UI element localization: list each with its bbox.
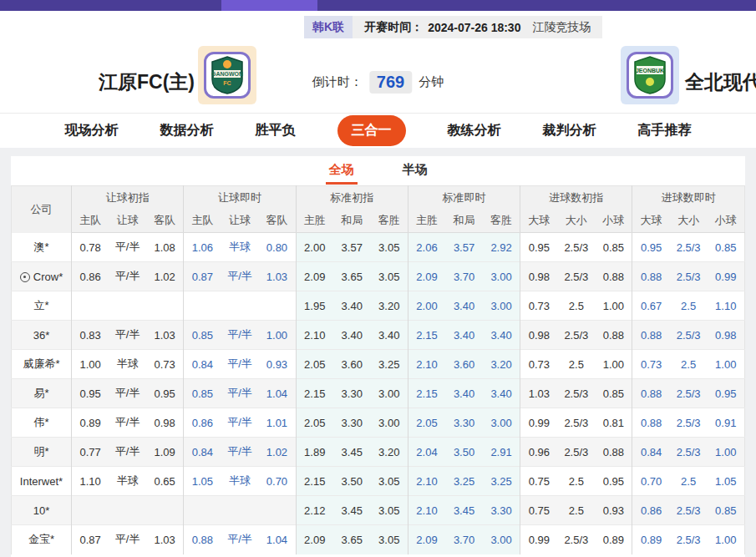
odds-cell: 2.5/3 <box>670 233 708 262</box>
company-name: 立* <box>33 299 48 311</box>
odds-cell: 3.45 <box>445 496 483 525</box>
odds-cell: 1.03 <box>146 321 184 350</box>
odds-cell: 2.12 <box>296 496 333 525</box>
odds-cell: 平/半 <box>221 525 259 554</box>
top-scrollbar-track <box>0 0 756 11</box>
odds-cell: 2.5/3 <box>670 321 708 350</box>
odds-cell: 3.60 <box>445 350 483 379</box>
odds-cell: 2.5/3 <box>557 262 595 291</box>
odds-cell <box>184 496 221 525</box>
nav-item-coach-analysis[interactable]: 教练分析 <box>448 122 501 139</box>
company-header: 公司 <box>12 186 72 233</box>
odds-cell: 2.5 <box>670 350 708 379</box>
odds-cell: 3.40 <box>333 321 371 350</box>
sub-header: 主胜 <box>296 210 333 233</box>
odds-cell: 2.5/3 <box>557 379 595 408</box>
odds-cell: 0.95 <box>520 233 558 262</box>
sub-header: 大球 <box>632 210 670 233</box>
target-icon <box>20 272 30 282</box>
kickoff-info: 开赛时间：2024-07-26 18:30 江陵竞技场 <box>353 16 602 38</box>
odds-cell: 3.30 <box>333 408 371 438</box>
odds-cell: 2.09 <box>408 525 445 554</box>
odds-cell: 0.87 <box>184 262 221 291</box>
odds-cell: 2.5/3 <box>670 408 708 438</box>
odds-cell: 1.10 <box>708 291 745 321</box>
odds-cell: 3.05 <box>371 233 408 262</box>
odds-cell: 3.20 <box>371 438 408 467</box>
nav-item-live-analysis[interactable]: 现场分析 <box>65 122 119 139</box>
odds-cell: 0.88 <box>632 408 670 438</box>
sub-header: 让球 <box>109 210 146 233</box>
countdown-unit: 分钟 <box>419 74 444 90</box>
odds-cell: 0.93 <box>595 496 632 525</box>
odds-cell: 2.5/3 <box>670 262 708 291</box>
odds-cell: 0.84 <box>184 350 221 379</box>
company-name: 36* <box>33 329 50 342</box>
odds-cell: 0.99 <box>520 525 558 554</box>
odds-cell: 3.40 <box>445 321 483 350</box>
company-name: 威廉希* <box>23 357 59 370</box>
table-header-sub-row: 主队让球客队主队让球客队主胜和局客胜主胜和局客胜大球大小小球大球大小小球 <box>12 210 745 233</box>
sub-header: 和局 <box>445 210 483 233</box>
odds-cell: 3.40 <box>445 291 483 321</box>
svg-text:GANGWON: GANGWON <box>211 71 243 77</box>
tab-half-time[interactable]: 半场 <box>399 157 431 185</box>
odds-cell: 3.60 <box>333 350 371 379</box>
group-header-5: 进球数即时 <box>632 186 745 210</box>
nav-item-data-analysis[interactable]: 数据分析 <box>160 122 214 139</box>
odds-cell: 0.77 <box>72 438 109 467</box>
odds-cell: 3.30 <box>483 496 520 525</box>
odds-card: 全场半场 公司让球初指让球即时标准初指标准即时进球数初指进球数即时主队让球客队主… <box>11 156 745 557</box>
odds-cell: 0.85 <box>708 496 745 525</box>
odds-cell: 1.01 <box>258 408 296 438</box>
odds-cell: 1.00 <box>72 350 109 379</box>
odds-cell: 1.04 <box>258 525 296 554</box>
odds-cell: 1.05 <box>184 467 221 496</box>
odds-cell: 3.00 <box>483 525 520 554</box>
nav-item-win-draw-loss[interactable]: 胜平负 <box>256 122 296 139</box>
tab-full-time[interactable]: 全场 <box>326 157 358 185</box>
top-scrollbar-thumb[interactable] <box>221 0 317 11</box>
league-badge: 韩K联 <box>304 16 353 38</box>
odds-cell: 2.10 <box>408 496 445 525</box>
nav-item-three-in-one[interactable]: 三合一 <box>337 115 406 146</box>
match-info-bar: 韩K联 开赛时间：2024-07-26 18:30 江陵竞技场 <box>304 16 602 38</box>
odds-cell: 0.80 <box>258 233 296 262</box>
odds-cell: 0.89 <box>72 408 109 438</box>
odds-cell <box>146 291 184 321</box>
away-team-logo: JEONBUK <box>621 46 679 104</box>
odds-cell: 3.00 <box>483 291 520 321</box>
nav-item-expert-picks[interactable]: 高手推荐 <box>638 122 692 139</box>
away-team-name: 全北现代 <box>685 69 756 95</box>
company-cell: 伟* <box>12 408 72 438</box>
countdown-value: 769 <box>369 71 412 94</box>
odds-cell: 1.02 <box>146 262 184 291</box>
odds-cell: 2.5 <box>557 496 595 525</box>
odds-cell: 平/半 <box>221 350 259 379</box>
odds-cell: 2.04 <box>408 438 445 467</box>
odds-cell: 3.40 <box>333 291 371 321</box>
nav-bar: 现场分析数据分析胜平负三合一教练分析裁判分析高手推荐 <box>0 113 756 148</box>
sub-header: 小球 <box>595 210 632 233</box>
odds-cell: 0.73 <box>632 350 670 379</box>
odds-cell: 1.02 <box>258 438 296 467</box>
odds-cell: 半球 <box>109 350 146 379</box>
odds-cell: 1.00 <box>708 350 745 379</box>
table-row: 易*0.95平/半0.950.85平/半1.042.153.303.002.15… <box>12 379 745 408</box>
odds-cell: 1.08 <box>146 233 184 262</box>
odds-cell: 1.95 <box>296 291 333 321</box>
odds-cell: 0.88 <box>595 438 632 467</box>
odds-cell: 0.84 <box>632 438 670 467</box>
odds-cell: 2.05 <box>296 350 333 379</box>
table-header-group-row: 公司让球初指让球即时标准初指标准即时进球数初指进球数即时 <box>12 186 745 210</box>
odds-cell: 2.05 <box>296 408 333 438</box>
odds-cell: 0.86 <box>632 496 670 525</box>
odds-cell: 2.5/3 <box>557 438 595 467</box>
odds-cell: 1.04 <box>258 379 296 408</box>
svg-text:FC: FC <box>223 80 231 86</box>
table-row: 36*0.83平/半1.030.85平/半1.002.103.403.402.1… <box>12 321 745 350</box>
nav-item-referee-analysis[interactable]: 裁判分析 <box>543 122 596 139</box>
company-cell: 明* <box>12 438 72 467</box>
table-row: 10*2.123.453.052.103.453.300.752.50.930.… <box>12 496 745 525</box>
odds-cell: 半球 <box>221 233 259 262</box>
